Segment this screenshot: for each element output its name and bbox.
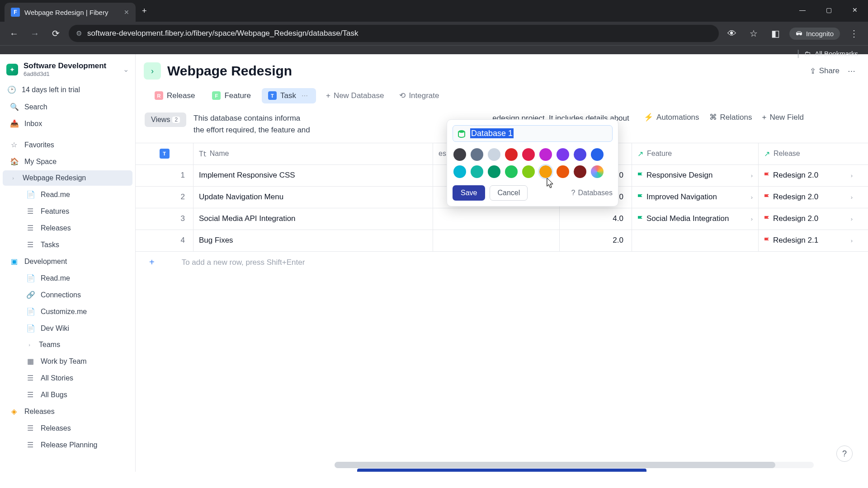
horizontal-scrollbar[interactable] (335, 462, 814, 468)
sidebar-item-webpage-redesign[interactable]: › Webpage Redesign (3, 170, 132, 186)
color-swatch[interactable] (488, 165, 500, 178)
forward-button[interactable]: → (27, 26, 42, 41)
save-button[interactable]: Save (453, 185, 485, 201)
cell-feature[interactable]: Social Media Integration› (632, 208, 759, 230)
sidebar-item-inbox[interactable]: 📥 Inbox (3, 116, 132, 131)
color-swatch[interactable] (522, 165, 535, 178)
sidebar-item-tasks[interactable]: ☰ Tasks (3, 237, 132, 253)
table-row[interactable]: 4 Bug Fixes 2.0 Redesign 2.1› (136, 230, 868, 252)
color-swatch[interactable] (574, 148, 586, 161)
th-release[interactable]: ↗Release (759, 143, 858, 164)
sidebar-item-releases-sub[interactable]: ☰ Releases (3, 420, 132, 436)
sidebar-item-release-planning[interactable]: ☰ Release Planning (3, 437, 132, 453)
tab-task[interactable]: T Task ⋯ (262, 88, 316, 103)
database-name-input-wrap[interactable]: Database 1 (453, 125, 613, 142)
sidebar-item-devwiki[interactable]: 📄 Dev Wiki (3, 320, 132, 336)
scrollbar-thumb[interactable] (335, 462, 775, 468)
panel-icon[interactable]: ◧ (768, 26, 783, 41)
color-swatch[interactable] (488, 148, 500, 161)
sidebar-item-allstories[interactable]: ☰ All Stories (3, 370, 132, 386)
color-swatch[interactable] (557, 165, 569, 178)
add-row[interactable]: + To add a new row, press Shift+Enter (136, 252, 868, 273)
sidebar-item-favorites[interactable]: ☆ Favorites (3, 137, 132, 153)
cell-assignees[interactable] (433, 230, 560, 251)
tab-feature[interactable]: F Feature (206, 88, 257, 103)
cell-feature[interactable] (632, 230, 759, 251)
color-swatch[interactable] (453, 165, 466, 178)
cell-name[interactable]: Implement Responsive CSS (193, 165, 433, 186)
incognito-badge[interactable]: 🕶 Incognito (789, 28, 840, 40)
close-window-icon[interactable]: ✕ (842, 0, 868, 20)
url-input[interactable]: ⚙ software-development.fibery.io/fibery/… (69, 25, 719, 42)
back-button[interactable]: ← (6, 26, 22, 41)
tab-release[interactable]: R Release (148, 88, 201, 103)
sidebar-item-search[interactable]: 🔍 Search (3, 99, 132, 115)
tab-more-icon[interactable]: ⋯ (300, 92, 310, 99)
color-swatch[interactable] (557, 148, 569, 161)
chevron-right-icon[interactable]: › (26, 342, 33, 347)
color-swatch[interactable] (591, 148, 604, 161)
star-icon[interactable]: ☆ (746, 26, 761, 41)
cell-feature[interactable]: Responsive Design› (632, 165, 759, 186)
sidebar-item-myspace[interactable]: 🏠 My Space (3, 154, 132, 169)
close-icon[interactable]: ✕ (124, 9, 129, 16)
cell-effort[interactable]: 2.0 (560, 230, 632, 251)
th-feature[interactable]: ↗Feature (632, 143, 759, 164)
sidebar-item-releases[interactable]: ☰ Releases (3, 220, 132, 236)
cell-feature[interactable]: Improved Navigation› (632, 187, 759, 208)
integrate-button[interactable]: ⟲ Integrate (394, 88, 444, 103)
color-swatch[interactable] (471, 148, 483, 161)
sidebar-item-readme[interactable]: 📄 Read.me (3, 187, 132, 202)
cell-release[interactable]: Redesign 2.0› (759, 208, 858, 230)
eye-off-icon[interactable]: 👁 (724, 26, 740, 41)
sidebar-item-allbugs[interactable]: ☰ All Bugs (3, 387, 132, 403)
color-swatch[interactable] (574, 165, 586, 178)
minimize-icon[interactable]: ― (789, 0, 816, 20)
custom-color-swatch[interactable] (591, 165, 604, 178)
site-settings-icon[interactable]: ⚙ (76, 29, 82, 38)
sidebar-item-features[interactable]: ☰ Features (3, 203, 132, 219)
more-icon[interactable]: ⋯ (848, 66, 855, 76)
share-button[interactable]: ⇪ Share (810, 66, 840, 76)
sidebar-item-teams[interactable]: › Teams (3, 337, 132, 352)
new-field-button[interactable]: +New Field (762, 113, 804, 122)
cell-name[interactable]: Social Media API Integration (193, 208, 433, 230)
cell-effort[interactable]: 4.0 (560, 208, 632, 230)
maximize-icon[interactable]: ▢ (816, 0, 842, 20)
color-swatch[interactable] (471, 165, 483, 178)
kebab-icon[interactable]: ⋮ (846, 26, 862, 41)
views-button[interactable]: Views 2 (145, 113, 186, 127)
relations-button[interactable]: ⌘Relations (709, 113, 752, 122)
databases-help-link[interactable]: ? Databases (571, 189, 613, 197)
color-swatch[interactable] (522, 148, 535, 161)
cell-name[interactable]: Bug Fixes (193, 230, 433, 251)
workspace-switcher[interactable]: ✦ Software Development 6ad8d3d1 ⌄ (0, 58, 135, 81)
color-swatch[interactable] (505, 165, 518, 178)
sidebar-item-development[interactable]: ▣ Development (3, 253, 132, 269)
color-swatch[interactable] (453, 148, 466, 161)
color-swatch[interactable] (539, 165, 552, 178)
reload-button[interactable]: ⟳ (48, 26, 63, 41)
sidebar-item-customize[interactable]: 📄 Customize.me (3, 304, 132, 319)
color-swatch[interactable] (505, 148, 518, 161)
cell-release[interactable]: Redesign 2.1› (759, 230, 858, 251)
chevron-right-icon[interactable]: › (10, 175, 16, 181)
table-row[interactable]: 3 Social Media API Integration 4.0 Socia… (136, 208, 868, 230)
color-swatch[interactable] (539, 148, 552, 161)
sidebar-item-readme-dev[interactable]: 📄 Read.me (3, 270, 132, 286)
database-name-input[interactable]: Database 1 (470, 129, 608, 138)
help-button[interactable]: ? (836, 446, 853, 462)
automations-button[interactable]: ⚡Automations (644, 113, 699, 122)
th-name[interactable]: T𝗍Name (193, 143, 433, 164)
expand-sidebar-button[interactable]: › (144, 62, 161, 80)
new-tab-button[interactable]: + (136, 6, 153, 16)
cell-assignees[interactable] (433, 208, 560, 230)
trial-banner[interactable]: 🕑 14 days left in trial (0, 81, 135, 99)
sidebar-item-releases-space[interactable]: ◈ Releases (3, 404, 132, 419)
browser-tab[interactable]: F Webpage Redesign | Fibery ✕ (5, 3, 136, 22)
sidebar-item-workbyteam[interactable]: ▦ Work by Team (3, 353, 132, 369)
cell-name[interactable]: Update Navigation Menu (193, 187, 433, 208)
new-database-button[interactable]: + New Database (321, 88, 389, 103)
cancel-button[interactable]: Cancel (490, 185, 528, 201)
sidebar-item-connections[interactable]: 🔗 Connections (3, 287, 132, 303)
